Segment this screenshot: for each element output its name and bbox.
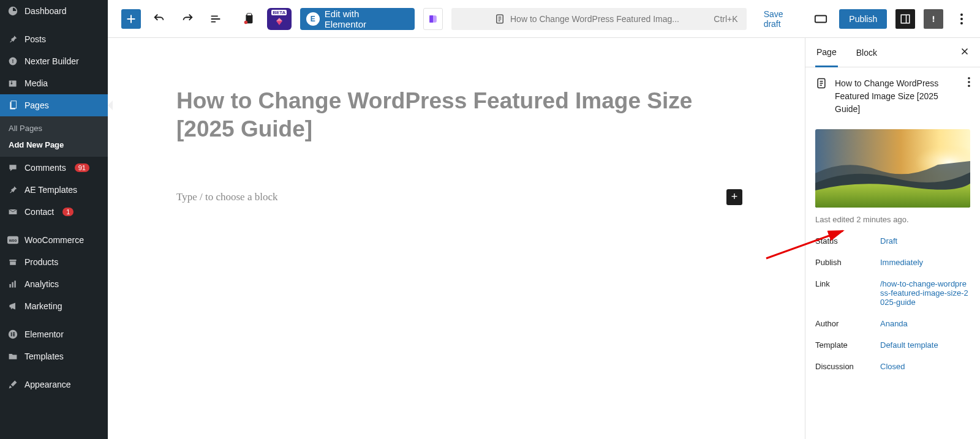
block-placeholder[interactable]: Type / to choose a block [176, 191, 277, 203]
sidebar-item-products[interactable]: Products [0, 251, 108, 273]
svg-point-20 [244, 20, 247, 24]
link-label: Link [815, 279, 880, 307]
discussion-value[interactable]: Closed [880, 362, 970, 371]
svg-point-28 [960, 13, 963, 16]
sidebar-item-elementor[interactable]: Elementor [0, 323, 108, 345]
edit-elementor-label: Edit with Elementor [325, 9, 404, 29]
dashboard-icon [7, 6, 18, 17]
svg-rect-19 [247, 13, 251, 15]
publish-value[interactable]: Immediately [880, 258, 970, 267]
elementor-logo-icon: E [306, 12, 320, 26]
svg-rect-26 [933, 16, 934, 20]
svg-rect-25 [901, 15, 910, 23]
sidebar-label: Appearance [24, 380, 71, 389]
svg-rect-5 [11, 100, 17, 108]
elementor-icon [7, 329, 18, 340]
info-icon: ! [7, 56, 18, 67]
page-title[interactable]: How to Change WordPress Featured Image S… [176, 87, 728, 144]
document-overview-button[interactable] [206, 9, 225, 29]
svg-rect-11 [12, 282, 13, 288]
sidebar-item-woocommerce[interactable]: woo WooCommerce [0, 229, 108, 251]
svg-rect-2 [9, 80, 16, 86]
panel-title-more-button[interactable] [968, 77, 970, 89]
sidebar-item-pages[interactable]: Pages [0, 94, 108, 116]
clipboard-icon[interactable] [239, 9, 258, 29]
featured-image[interactable] [815, 129, 970, 208]
sidebar-item-comments[interactable]: Comments 91 [0, 157, 108, 179]
template-label: Template [815, 340, 880, 350]
issues-button[interactable] [924, 9, 943, 29]
sidebar-item-analytics[interactable]: Analytics [0, 273, 108, 295]
publish-button[interactable]: Publish [839, 9, 887, 29]
media-icon [7, 78, 18, 89]
link-value[interactable]: /how-to-change-wordpress-featured-image-… [880, 279, 970, 307]
save-draft-button[interactable]: Save draft [764, 9, 803, 29]
folder-icon [7, 351, 18, 362]
plugin-tool-button[interactable] [423, 8, 443, 30]
page-icon [815, 77, 827, 89]
page-icon [494, 13, 505, 24]
sidebar-label: Dashboard [24, 6, 67, 16]
status-value[interactable]: Draft [880, 236, 970, 246]
svg-point-3 [10, 83, 12, 84]
svg-rect-17 [13, 336, 15, 337]
edit-with-elementor-button[interactable]: E Edit with Elementor [300, 8, 415, 30]
template-value[interactable]: Default template [880, 340, 970, 350]
svg-rect-16 [13, 334, 15, 335]
command-search[interactable]: How to Change WordPress Featured Imag...… [451, 8, 747, 30]
sidebar-label: WooCommerce [24, 235, 84, 245]
preview-button[interactable] [811, 9, 831, 29]
sidebar-item-templates[interactable]: Templates [0, 345, 108, 367]
sidebar-sub-add-page[interactable]: Add New Page [9, 137, 108, 153]
svg-point-33 [968, 81, 970, 83]
sidebar-item-marketing[interactable]: Marketing [0, 295, 108, 317]
beta-plugin-button[interactable]: BETA [267, 8, 292, 30]
panel-close-button[interactable] [959, 46, 970, 59]
sidebar-item-contact[interactable]: Contact 1 [0, 201, 108, 223]
sidebar-item-nexter[interactable]: ! Nexter Builder [0, 50, 108, 72]
panel-tabs: Page Block [805, 38, 980, 67]
sidebar-label: Analytics [24, 279, 59, 289]
author-value[interactable]: Ananda [880, 319, 970, 328]
svg-point-30 [960, 22, 963, 24]
svg-rect-10 [9, 284, 10, 288]
svg-point-32 [968, 77, 970, 80]
editor-toolbar: BETA E Edit with Elementor How to Change… [108, 0, 980, 38]
workarea: BETA E Edit with Elementor How to Change… [108, 0, 980, 439]
pages-icon [7, 100, 18, 111]
tab-block[interactable]: Block [855, 38, 878, 67]
tab-page[interactable]: Page [815, 39, 838, 67]
woo-icon: woo [7, 235, 18, 246]
svg-rect-12 [14, 280, 15, 287]
command-search-title: How to Change WordPress Featured Imag... [510, 14, 679, 24]
sidebar-item-ae-templates[interactable]: AE Templates [0, 179, 108, 201]
add-block-button[interactable] [121, 9, 141, 29]
inline-add-block-button[interactable]: + [726, 189, 742, 205]
sidebar-label: Elementor [24, 329, 64, 339]
svg-rect-22 [429, 15, 433, 23]
pin-icon [7, 34, 18, 45]
redo-button[interactable] [178, 9, 197, 29]
brush-icon [7, 379, 18, 390]
sidebar-item-appearance[interactable]: Appearance [0, 373, 108, 396]
author-label: Author [815, 319, 880, 328]
archive-icon [7, 257, 18, 268]
comment-icon [7, 162, 18, 173]
sidebar-label: Pages [24, 100, 49, 110]
sidebar-item-media[interactable]: Media [0, 72, 108, 94]
chart-icon [7, 279, 18, 290]
more-options-button[interactable] [952, 9, 971, 29]
sidebar-item-dashboard[interactable]: Dashboard [0, 0, 108, 22]
block-editor-canvas[interactable]: How to Change WordPress Featured Image S… [108, 38, 805, 439]
annotation-arrow-icon [760, 225, 858, 268]
comments-badge: 91 [75, 163, 89, 172]
sidebar-label: Products [24, 257, 58, 267]
sidebar-sub-all-pages[interactable]: All Pages [9, 120, 108, 137]
svg-rect-14 [11, 332, 12, 336]
svg-rect-27 [933, 20, 934, 21]
sidebar-submenu: All Pages Add New Page [0, 116, 108, 157]
main-region: How to Change WordPress Featured Image S… [108, 38, 980, 439]
settings-panel-toggle[interactable] [895, 9, 915, 29]
sidebar-item-posts[interactable]: Posts [0, 28, 108, 50]
undo-button[interactable] [149, 9, 169, 29]
